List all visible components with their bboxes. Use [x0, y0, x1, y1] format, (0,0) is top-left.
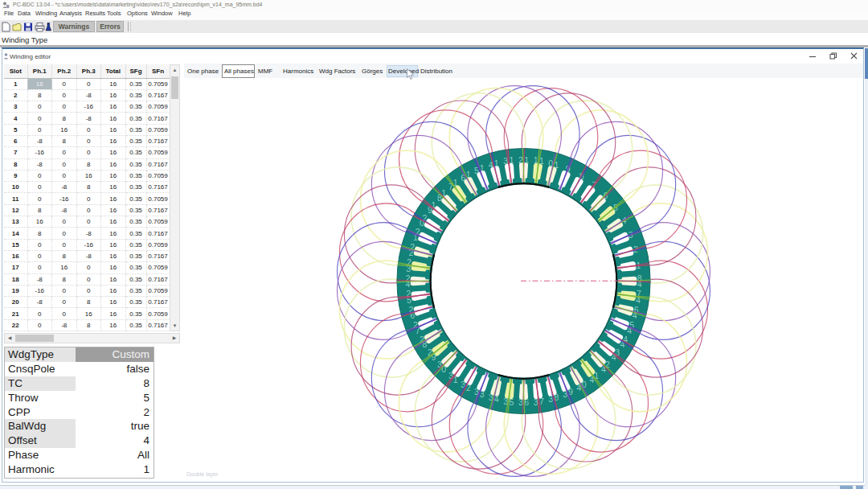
svg-text:3: 3: [518, 397, 523, 407]
svg-text:1: 1: [509, 155, 514, 165]
svg-text:2: 2: [518, 154, 523, 164]
svg-text:1: 1: [524, 154, 529, 164]
svg-text:6: 6: [524, 397, 529, 407]
